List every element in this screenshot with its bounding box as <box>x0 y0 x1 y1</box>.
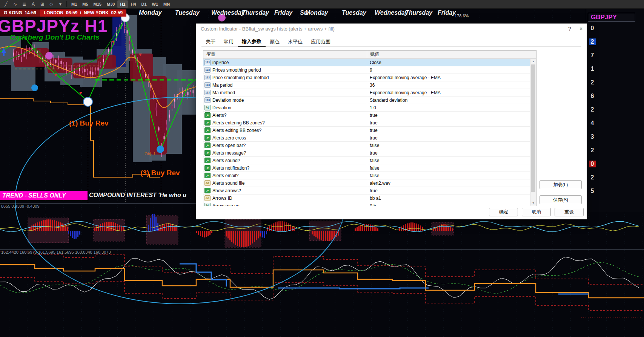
param-row[interactable]: ½Arrow gap up0.5 <box>203 202 530 206</box>
param-value[interactable]: true <box>367 119 530 126</box>
tab-item[interactable]: 颜色 <box>266 37 284 46</box>
param-value[interactable]: false <box>367 157 530 164</box>
table-scrollbar[interactable]: ▲ ▼ <box>530 59 536 206</box>
annotation-buy-rev-1: (1) Buy Rev <box>69 119 109 127</box>
tab-item[interactable]: 应用范围 <box>307 37 335 46</box>
param-value[interactable]: 1.0 <box>367 104 530 111</box>
param-value[interactable]: Exponential moving average - EMA <box>367 74 530 81</box>
channel-tool-icon[interactable]: ≣ <box>20 0 29 8</box>
timeframe-m1[interactable]: M1 <box>69 0 80 8</box>
tab-item[interactable]: 关于 <box>201 37 220 46</box>
param-value[interactable]: Standard deviation <box>367 97 530 104</box>
param-row[interactable]: ↗Alerts zero crosstrue <box>203 134 530 142</box>
param-value[interactable]: false <box>367 172 530 179</box>
scroll-up-icon[interactable]: ▲ <box>530 59 536 64</box>
param-value[interactable]: true <box>367 134 530 141</box>
param-row[interactable]: 123Ma period36 <box>203 81 530 89</box>
timeframe-m15[interactable]: M15 <box>91 0 104 8</box>
param-value[interactable]: true <box>367 127 530 134</box>
close-icon[interactable]: × <box>575 24 587 34</box>
bool-icon: ↗ <box>204 188 211 193</box>
param-row[interactable]: ↗Alerts notification?false <box>203 164 530 172</box>
param-value[interactable]: bb a1 <box>367 195 530 202</box>
param-row[interactable]: ↗Alerts message?true <box>203 149 530 157</box>
line-tool-icon[interactable]: ╱ <box>2 0 11 8</box>
timeframe-w1[interactable]: W1 <box>149 0 161 8</box>
timeframe-h1[interactable]: H1 <box>117 0 128 8</box>
reset-button[interactable]: 重设 <box>555 208 584 216</box>
param-row[interactable]: 123Ma methodExponential moving average -… <box>203 89 530 97</box>
param-value[interactable]: true <box>367 149 530 156</box>
param-row[interactable]: 123Price smoothing ma methodExponential … <box>203 74 530 81</box>
bool-icon: ↗ <box>204 112 211 118</box>
right-chart-strip[interactable]: GBPJPY 0271262432025 <box>586 8 644 212</box>
integer-icon: 123 <box>204 75 211 80</box>
param-value[interactable]: 0.5 <box>367 202 530 206</box>
symbol-box[interactable]: GBPJPY <box>588 13 635 22</box>
param-row[interactable]: abArrows IDbb a1 <box>203 195 530 202</box>
annotation-buy-rev-3: (3) Buy Rev <box>140 169 180 177</box>
param-row[interactable]: ↗Alerts open bar?false <box>203 142 530 149</box>
load-button[interactable]: 加载(L) <box>539 180 582 189</box>
bool-icon: ↗ <box>204 158 211 163</box>
day-separator-label: Tuesday <box>175 9 200 16</box>
param-row[interactable]: ↗Show arrows?true <box>203 187 530 195</box>
help-button[interactable]: ? <box>564 24 575 34</box>
compound-interest-text: COMPOUND INTEREST 'He who u <box>89 192 186 199</box>
param-value[interactable]: false <box>367 142 530 149</box>
param-value[interactable]: alert2.wav <box>367 179 530 187</box>
param-value[interactable]: false <box>367 164 530 172</box>
scroll-thumb[interactable] <box>531 64 535 192</box>
day-separator-label: Wednesday <box>375 9 408 16</box>
param-row[interactable]: ↗Alerts exiting BB zones?true <box>203 127 530 134</box>
param-value[interactable]: 36 <box>367 81 530 89</box>
timeframe-d1[interactable]: D1 <box>139 0 149 8</box>
param-value[interactable]: true <box>367 187 530 194</box>
integer-icon: 123 <box>204 90 211 95</box>
dialog-titlebar[interactable]: Custom Indicator - BBflat_sw avgs histo … <box>196 24 587 34</box>
param-value[interactable]: Close <box>367 59 530 66</box>
save-button[interactable]: 保存(S) <box>539 195 582 204</box>
trendline-tool-icon[interactable]: ∿ <box>11 0 20 8</box>
param-name: Ma period <box>212 83 367 88</box>
arrows-dropdown-icon[interactable]: ▾ <box>56 0 65 8</box>
dialog-title: Custom Indicator - BBflat_sw avgs histo … <box>196 26 564 32</box>
scroll-down-icon[interactable]: ▼ <box>530 201 536 206</box>
param-row[interactable]: ↗Alerts sound?false <box>203 157 530 164</box>
tab-inputs-active[interactable]: 输入参数 <box>238 37 266 47</box>
param-value[interactable]: true <box>367 112 530 119</box>
param-row[interactable]: ↗Alerts entering BB zones?true <box>203 119 530 127</box>
param-table-header: 变量 赋值 <box>203 51 536 59</box>
timeframe-m30[interactable]: M30 <box>104 0 117 8</box>
text-tool-icon[interactable]: A <box>29 0 38 8</box>
indicator2-values: 162.4420 160.6970 161.5695 161.5695 160.… <box>1 250 111 254</box>
param-row[interactable]: abAlerts sound filealert2.wav <box>203 179 530 187</box>
integer-icon: 123 <box>204 67 211 73</box>
tab-item[interactable]: 常用 <box>220 37 238 46</box>
price-digit: 5 <box>589 188 596 195</box>
double-icon: ½ <box>204 105 211 110</box>
shapes-tool-icon[interactable]: ◇ <box>47 0 56 8</box>
integer-icon: 123 <box>204 97 211 103</box>
param-value[interactable]: 9 <box>367 66 530 74</box>
trend-banner: TREND - SELLS ONLY <box>0 191 88 200</box>
label-tool-icon[interactable]: ⊞ <box>38 0 47 8</box>
param-name: Ma method <box>212 90 367 95</box>
column-header-value[interactable]: 赋值 <box>367 51 536 58</box>
timeframe-mn[interactable]: MN <box>161 0 172 8</box>
timeframe-m5[interactable]: M5 <box>80 0 91 8</box>
param-row[interactable]: ↗Alerts email?false <box>203 172 530 179</box>
timeframe-h4[interactable]: H4 <box>128 0 138 8</box>
param-name: Alerts sound? <box>212 158 367 163</box>
ok-button[interactable]: 确定 <box>489 208 518 216</box>
param-row[interactable]: 123inpPriceClose <box>203 59 530 66</box>
param-row[interactable]: 123Prices smoothing period9 <box>203 66 530 74</box>
param-row[interactable]: 123Deviation modeStandard deviation <box>203 97 530 104</box>
column-header-variable[interactable]: 变量 <box>203 51 367 58</box>
cancel-button[interactable]: 取消 <box>522 208 551 216</box>
param-name: Deviation <box>212 105 367 110</box>
param-row[interactable]: ↗Alerts?true <box>203 112 530 119</box>
param-row[interactable]: ½Deviation1.0 <box>203 104 530 112</box>
tab-item[interactable]: 水平位 <box>284 37 307 46</box>
param-value[interactable]: Exponential moving average - EMA <box>367 89 530 96</box>
